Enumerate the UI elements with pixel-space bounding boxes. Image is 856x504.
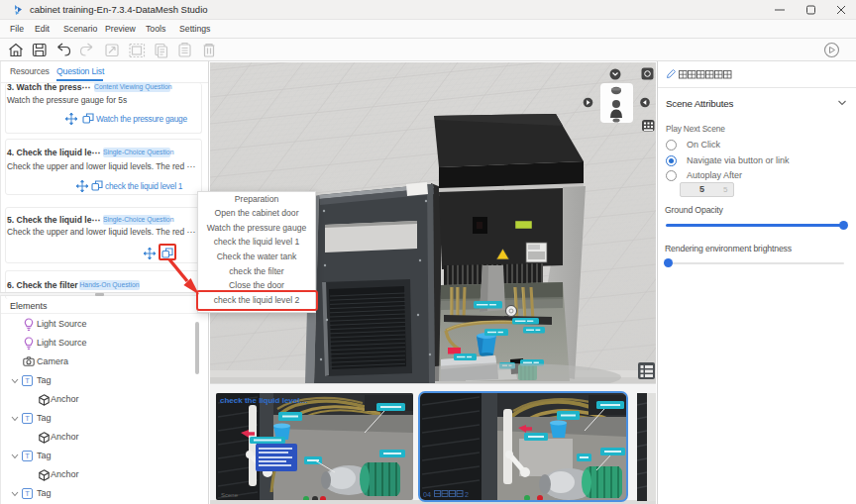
svg-text:04: 04 [423, 490, 431, 499]
svg-text:2: 2 [465, 490, 469, 499]
svg-text:Scene: Scene [221, 492, 239, 498]
svg-text:check the liquid level…: check the liquid level… [220, 396, 307, 405]
